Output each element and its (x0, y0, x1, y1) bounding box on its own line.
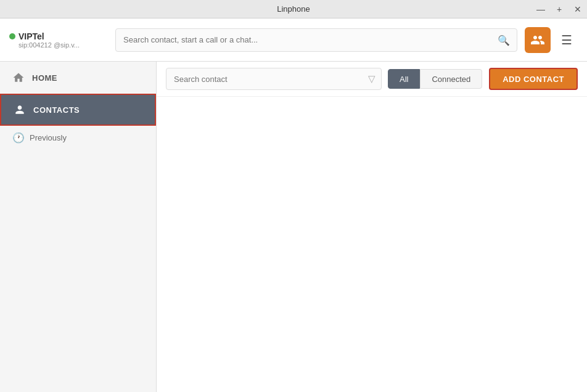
minimize-button[interactable]: — (532, 0, 550, 18)
header-actions: ☰ (525, 27, 578, 53)
search-contact-input[interactable] (166, 68, 382, 90)
user-name-container: VIPTel (9, 31, 108, 41)
sidebar-section-previously[interactable]: 🕐 Previously (0, 126, 156, 150)
user-display-name: VIPTel (18, 31, 44, 41)
person-icon (14, 104, 26, 116)
main-area: HOME CONTACTS 🕐 Previously ▽ (0, 62, 587, 392)
sidebar-contacts-label: CONTACTS (33, 105, 80, 115)
previously-label: Previously (30, 133, 67, 142)
content-toolbar: ▽ All Connected ADD CONTACT (157, 62, 587, 97)
sidebar-home-label: HOME (32, 73, 57, 83)
add-contact-button[interactable]: ADD CONTACT (489, 68, 578, 90)
search-icon: 🔍 (498, 34, 510, 46)
window-controls: — + ✕ (532, 0, 587, 18)
search-contact-wrapper: ▽ (166, 68, 382, 90)
header-search-container: 🔍 (115, 28, 517, 52)
close-button[interactable]: ✕ (569, 0, 587, 18)
sidebar-item-contacts[interactable]: CONTACTS (0, 94, 156, 126)
home-icon (12, 71, 25, 84)
people-icon (530, 33, 545, 47)
contacts-icon-button[interactable] (525, 27, 551, 53)
menu-button[interactable]: ☰ (556, 29, 578, 51)
title-bar: Linphone — + ✕ (0, 0, 587, 18)
maximize-button[interactable]: + (550, 0, 569, 18)
content-area: ▽ All Connected ADD CONTACT (157, 62, 587, 392)
sidebar-item-home[interactable]: HOME (0, 62, 156, 94)
sidebar: HOME CONTACTS 🕐 Previously (0, 62, 157, 392)
sidebar-scroll-area[interactable] (0, 150, 156, 392)
filter-button-group: All Connected (388, 69, 482, 89)
user-info: VIPTel sip:004212 @sip.v... (9, 31, 108, 49)
contacts-list (157, 97, 587, 392)
status-dot (9, 33, 15, 39)
app-title: Linphone (277, 4, 310, 14)
filter-connected-button[interactable]: Connected (420, 69, 482, 89)
filter-all-button[interactable]: All (388, 69, 420, 89)
header: VIPTel sip:004212 @sip.v... 🔍 ☰ (0, 18, 587, 62)
header-search-input[interactable] (115, 28, 517, 52)
filter-icon[interactable]: ▽ (368, 73, 376, 84)
clock-icon: 🕐 (12, 132, 25, 144)
user-sip: sip:004212 @sip.v... (18, 41, 108, 49)
